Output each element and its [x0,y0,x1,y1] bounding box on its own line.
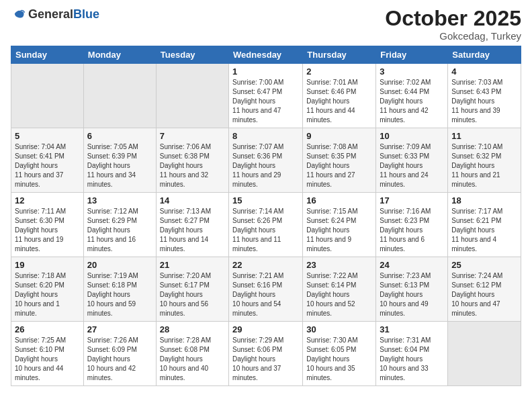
daylight-value: 11 hours and 14 minutes. [160,236,208,253]
sunrise-label: Sunrise: 7:26 AM [87,336,138,344]
daylight-label: Daylight hours [87,162,130,169]
day-number: 12 [15,195,80,205]
daylight-value: 11 hours and 34 minutes. [87,171,136,188]
daylight-value: 11 hours and 27 minutes. [306,171,355,188]
day-info: Sunrise: 7:05 AMSunset: 6:39 PMDaylight … [87,142,152,189]
day-number: 8 [232,131,299,141]
day-info: Sunrise: 7:28 AMSunset: 6:08 PMDaylight … [160,336,225,383]
sunrise-label: Sunrise: 7:04 AM [15,143,66,150]
day-number: 5 [15,131,80,141]
calendar-week-row: 26Sunrise: 7:25 AMSunset: 6:10 PMDayligh… [11,322,521,386]
calendar-title: October 2025 [385,7,521,30]
page-container: GeneralBlue October 2025 Gokcedag, Turke… [0,0,532,397]
sunrise-label: Sunrise: 7:25 AM [15,336,66,344]
day-number: 29 [232,324,299,334]
day-number: 10 [380,131,444,141]
daylight-label: Daylight hours [160,162,203,169]
daylight-value: 11 hours and 39 minutes. [451,107,500,124]
sunrise-label: Sunrise: 7:08 AM [306,143,357,150]
table-row: 21Sunrise: 7:20 AMSunset: 6:17 PMDayligh… [156,257,228,322]
sunset-label: Sunset: 6:36 PM [232,152,282,160]
day-info: Sunrise: 7:23 AMSunset: 6:13 PMDaylight … [380,271,444,318]
day-info: Sunrise: 7:16 AMSunset: 6:23 PMDaylight … [380,207,444,254]
day-number: 21 [160,260,225,270]
daylight-value: 11 hours and 29 minutes. [232,171,281,188]
table-row: 27Sunrise: 7:26 AMSunset: 6:09 PMDayligh… [83,322,156,386]
sunset-label: Sunset: 6:33 PM [380,152,429,160]
logo-text: GeneralBlue [28,7,99,21]
sunset-label: Sunset: 6:09 PM [87,346,137,353]
sunset-label: Sunset: 6:08 PM [160,346,210,353]
day-info: Sunrise: 7:13 AMSunset: 6:27 PMDaylight … [160,207,225,254]
sunset-label: Sunset: 6:46 PM [306,88,356,95]
table-row [448,322,521,386]
daylight-label: Daylight hours [380,226,423,234]
daylight-label: Daylight hours [160,291,203,298]
daylight-value: 10 hours and 35 minutes. [306,365,355,381]
day-number: 22 [232,260,299,270]
day-number: 18 [451,195,517,205]
daylight-value: 10 hours and 59 minutes. [87,300,136,317]
daylight-label: Daylight hours [380,291,423,298]
day-number: 27 [87,324,152,334]
sunrise-label: Sunrise: 7:19 AM [87,272,138,279]
logo-icon [11,7,26,21]
day-number: 19 [15,260,80,270]
day-number: 2 [306,66,372,77]
day-info: Sunrise: 7:17 AMSunset: 6:21 PMDaylight … [451,207,517,254]
calendar-week-row: 1Sunrise: 7:00 AMSunset: 6:47 PMDaylight… [11,64,521,128]
day-info: Sunrise: 7:03 AMSunset: 6:43 PMDaylight … [451,78,517,125]
daylight-label: Daylight hours [160,226,203,234]
daylight-value: 10 hours and 37 minutes. [232,365,281,381]
sunrise-label: Sunrise: 7:02 AM [380,79,431,86]
sunset-label: Sunset: 6:10 PM [15,346,64,353]
day-info: Sunrise: 7:21 AMSunset: 6:16 PMDaylight … [232,271,299,318]
table-row: 26Sunrise: 7:25 AMSunset: 6:10 PMDayligh… [11,322,84,386]
day-number: 20 [87,260,152,270]
table-row [11,64,84,128]
sunset-label: Sunset: 6:17 PM [160,281,210,289]
sunrise-label: Sunrise: 7:05 AM [87,143,138,150]
sunrise-label: Sunrise: 7:24 AM [451,272,502,279]
table-row: 16Sunrise: 7:15 AMSunset: 6:24 PMDayligh… [303,193,376,257]
table-row [156,64,228,128]
table-row: 18Sunrise: 7:17 AMSunset: 6:21 PMDayligh… [448,193,521,257]
day-number: 30 [306,324,372,334]
table-row: 31Sunrise: 7:31 AMSunset: 6:04 PMDayligh… [376,322,448,386]
day-number: 23 [306,260,372,270]
table-row: 25Sunrise: 7:24 AMSunset: 6:12 PMDayligh… [448,257,521,322]
daylight-value: 10 hours and 42 minutes. [87,365,136,381]
sunset-label: Sunset: 6:20 PM [15,281,64,289]
logo-blue: Blue [73,7,99,21]
daylight-value: 10 hours and 44 minutes. [15,365,63,381]
day-number: 14 [160,195,225,205]
daylight-value: 10 hours and 49 minutes. [380,300,428,317]
day-info: Sunrise: 7:11 AMSunset: 6:30 PMDaylight … [15,207,80,254]
sunset-label: Sunset: 6:38 PM [160,152,210,160]
sunrise-label: Sunrise: 7:17 AM [451,208,502,215]
daylight-value: 11 hours and 19 minutes. [15,236,63,253]
header: GeneralBlue October 2025 Gokcedag, Turke… [11,7,521,42]
sunset-label: Sunset: 6:21 PM [451,217,501,224]
daylight-label: Daylight hours [232,97,275,105]
table-row: 3Sunrise: 7:02 AMSunset: 6:44 PMDaylight… [376,64,448,128]
table-row: 22Sunrise: 7:21 AMSunset: 6:16 PMDayligh… [229,257,303,322]
table-row: 8Sunrise: 7:07 AMSunset: 6:36 PMDaylight… [229,128,303,193]
daylight-label: Daylight hours [306,162,349,169]
daylight-label: Daylight hours [451,162,494,169]
day-info: Sunrise: 7:20 AMSunset: 6:17 PMDaylight … [160,271,225,318]
day-info: Sunrise: 7:25 AMSunset: 6:10 PMDaylight … [15,336,80,383]
daylight-value: 10 hours and 33 minutes. [380,365,428,381]
day-number: 25 [451,260,517,270]
sunrise-label: Sunrise: 7:10 AM [451,143,502,150]
day-info: Sunrise: 7:19 AMSunset: 6:18 PMDaylight … [87,271,152,318]
day-info: Sunrise: 7:22 AMSunset: 6:14 PMDaylight … [306,271,372,318]
sunrise-label: Sunrise: 7:01 AM [306,79,357,86]
day-number: 31 [380,324,444,334]
calendar-week-row: 19Sunrise: 7:18 AMSunset: 6:20 PMDayligh… [11,257,521,322]
daylight-value: 11 hours and 42 minutes. [380,107,428,124]
sunset-label: Sunset: 6:14 PM [306,281,356,289]
title-block: October 2025 Gokcedag, Turkey [385,7,521,42]
table-row: 2Sunrise: 7:01 AMSunset: 6:46 PMDaylight… [303,64,376,128]
table-row: 9Sunrise: 7:08 AMSunset: 6:35 PMDaylight… [303,128,376,193]
